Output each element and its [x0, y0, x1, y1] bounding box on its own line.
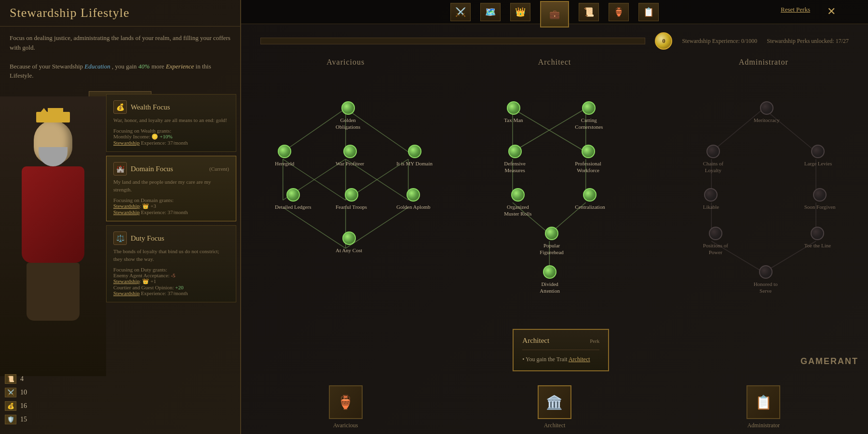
node-professional-workforce[interactable]: ProfessionalWorkforce	[575, 145, 601, 174]
swords-value: 10	[20, 389, 27, 396]
administrator-bottom-item[interactable]: 📋 Administrator	[746, 385, 780, 429]
node-organized-muster-rolls[interactable]: OrganizedMuster Rolls	[504, 188, 531, 217]
left-panel: Stewardship Lifestyle Focus on dealing j…	[0, 0, 241, 434]
node-likable[interactable]: Likable	[703, 188, 719, 210]
domain-focus-card[interactable]: 🏰 Domain Focus (Current) My land and the…	[106, 156, 236, 221]
perk-label: Tax Man	[504, 117, 523, 123]
node-chains-of-loyalty[interactable]: Chains ofLoyalty	[703, 145, 723, 174]
perk-tree-area: Avaricious	[241, 58, 868, 434]
gamerant-logo: GAMERANT	[800, 356, 858, 366]
desc-bonus-mid: , you gain	[112, 63, 137, 70]
shield-value: 15	[20, 416, 27, 423]
exp-bar-container	[260, 38, 645, 44]
perk-circle	[583, 188, 597, 202]
close-button[interactable]: ✕	[824, 4, 839, 19]
node-fearful-troops[interactable]: Fearful Troops	[336, 188, 367, 210]
administrator-tree: Meritocracy Chains ofLoyalty Large Levie…	[659, 72, 868, 371]
wealth-icon: 💰	[113, 100, 127, 114]
node-tax-man[interactable]: Tax Man	[504, 101, 523, 123]
nav-icon-1[interactable]: ⚔️	[450, 3, 471, 21]
perk-label: Honored toServe	[754, 281, 778, 295]
resource-shields: 🛡️ 15	[5, 415, 27, 424]
tooltip-link: Architect	[569, 356, 590, 363]
avaricious-column: Avaricious	[241, 58, 450, 434]
architect-bottom-item[interactable]: 🏛️ Architect	[538, 385, 571, 429]
node-golden-aplomb[interactable]: Golden Aplomb	[396, 188, 431, 210]
duty-focus-card[interactable]: ⚖️ Duty Focus The bonds of loyalty that …	[106, 225, 236, 302]
perk-label: Heregeld	[275, 160, 294, 167]
perk-label: DefensiveMeasures	[504, 160, 526, 174]
perk-circle	[341, 101, 355, 115]
perk-label: PopularFigurehead	[540, 242, 563, 256]
perk-label: Toe the Line	[804, 242, 831, 249]
node-soon-forgiven[interactable]: Soon Forgiven	[804, 188, 836, 210]
desc-bonus-pct: 40%	[138, 63, 150, 70]
resource-gold: 💰 16	[5, 401, 27, 411]
domain-focus-title: Domain Focus	[131, 165, 173, 173]
perk-circle	[706, 145, 720, 158]
exp-text: Stewardship Experience: 0/1000	[682, 38, 757, 45]
node-toe-the-line[interactable]: Toe the Line	[804, 227, 831, 249]
node-positions-of-power[interactable]: Positions ofPower	[703, 227, 728, 256]
perk-circle	[507, 101, 520, 115]
tooltip-divider	[522, 350, 599, 350]
node-cutting-cornerstones[interactable]: CuttingCornerstones	[575, 101, 603, 131]
perk-circle	[343, 145, 357, 158]
node-meritocracy[interactable]: Meritocracy	[754, 101, 780, 123]
nav-icon-center[interactable]: 💼	[540, 1, 569, 27]
node-divided-attention[interactable]: DividedAttention	[540, 265, 560, 295]
perk-label: Large Levies	[804, 160, 832, 167]
perk-label: ProfessionalWorkforce	[575, 160, 601, 174]
perk-circle	[760, 101, 773, 115]
architect-column: Architect	[450, 58, 659, 434]
node-it-is-my-domain[interactable]: It is MY Domain	[396, 145, 433, 167]
resource-scrolls: 📜 4	[5, 374, 27, 384]
perk-label: Meritocracy	[754, 117, 780, 123]
node-detailed-ledgers[interactable]: Detailed Ledgers	[275, 188, 311, 210]
desc-bonus-prefix: Because of your Stewardship	[10, 63, 83, 70]
desc-exp-type: Experience	[166, 63, 194, 70]
node-at-any-cost[interactable]: At Any Cost	[336, 231, 362, 254]
perk-circle	[709, 227, 722, 240]
resources-bar: 📜 4 ⚔️ 10 💰 16 🛡️ 15	[5, 374, 27, 424]
exp-orb: 0	[655, 32, 672, 50]
perk-circle	[582, 145, 595, 158]
architect-connectors	[450, 72, 659, 371]
gold-icon: 💰	[5, 401, 16, 411]
administrator-bottom-icon: 📋	[746, 385, 780, 419]
scrolls-value: 4	[20, 375, 24, 383]
avaricious-tree: GoldenObligations Heregeld War Profiteer…	[241, 72, 450, 371]
wealth-focus-card[interactable]: 💰 Wealth Focus War, honor, and loyalty a…	[106, 94, 236, 152]
nav-icon-6[interactable]: 📋	[638, 3, 659, 21]
perk-circle	[813, 188, 827, 202]
architect-bottom-label: Architect	[544, 422, 566, 429]
avaricious-bottom-item[interactable]: 🏺 Avaricious	[329, 385, 363, 429]
node-honored-to-serve[interactable]: Honored toServe	[754, 265, 778, 295]
nav-icon-2[interactable]: 🗺️	[480, 3, 501, 21]
node-war-profiteer[interactable]: War Profiteer	[336, 145, 364, 167]
exp-bar-section: 0 Stewardship Experience: 0/1000 Steward…	[260, 29, 849, 53]
reset-perks-button[interactable]: Reset Perks	[781, 6, 810, 14]
domain-focus-grants: Focusing on Domain grants: Stewardship: …	[113, 197, 229, 215]
perk-label: Centralization	[575, 203, 605, 210]
administrator-bottom-label: Administrator	[747, 422, 780, 429]
nav-icon-3[interactable]: 👑	[510, 3, 530, 21]
node-heregeld[interactable]: Heregeld	[275, 145, 294, 167]
nav-icon-4[interactable]: 📜	[579, 3, 599, 21]
node-large-levies[interactable]: Large Levies	[804, 145, 832, 167]
wealth-focus-title: Wealth Focus	[131, 103, 170, 111]
perk-circle	[759, 265, 773, 279]
perk-label: DividedAttention	[540, 281, 560, 295]
node-centralization[interactable]: Centralization	[575, 188, 605, 210]
nav-icon-5[interactable]: 🏺	[609, 3, 629, 21]
avaricious-title: Avaricious	[326, 58, 365, 67]
perk-label: It is MY Domain	[396, 160, 433, 167]
top-nav: ⚔️ 🗺️ 👑 💼 📜 🏺 📋 Reset Perks ✕	[241, 0, 868, 24]
node-popular-figurehead[interactable]: PopularFigurehead	[540, 227, 563, 256]
perk-label: OrganizedMuster Rolls	[504, 203, 531, 217]
node-defensive-measures[interactable]: DefensiveMeasures	[504, 145, 526, 174]
tooltip-body: • You gain the Trait Architect	[522, 355, 599, 364]
node-golden-obligations[interactable]: GoldenObligations	[336, 101, 360, 131]
perks-text: Stewardship Perks unlocked: 17/27	[767, 38, 849, 45]
administrator-title: Administrator	[739, 58, 788, 67]
